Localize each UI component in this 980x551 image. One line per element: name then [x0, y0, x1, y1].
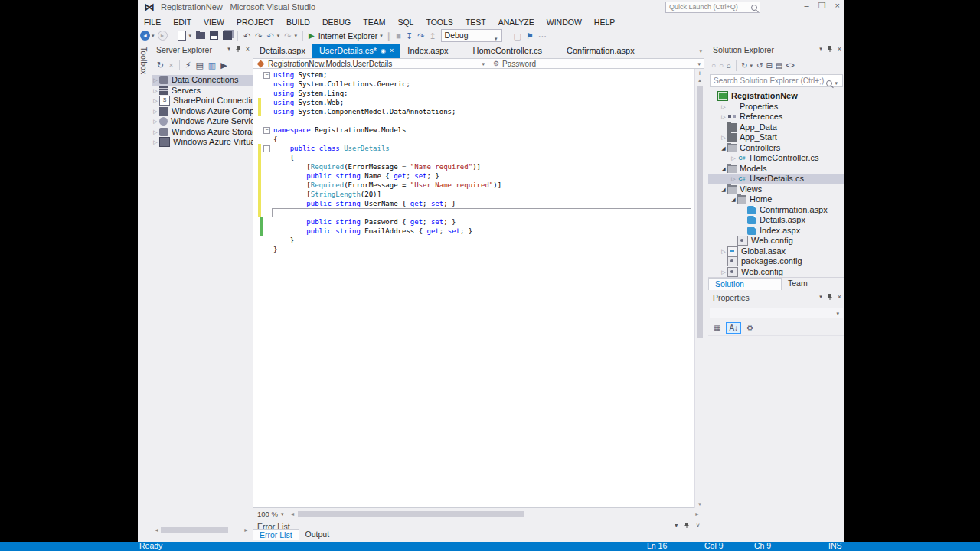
expander-icon[interactable]: ▷: [152, 137, 159, 148]
open-file-button[interactable]: [196, 32, 205, 39]
solution-tree-item-properties[interactable]: ▷Properties: [708, 102, 844, 112]
solution-tree-item-homecontroller-cs[interactable]: ▷C#HomeController.cs: [708, 153, 844, 164]
expander-icon[interactable]: ◢: [720, 184, 727, 195]
tab-homecontroller-cs[interactable]: HomeController.cs: [466, 44, 549, 58]
split-editor-handle[interactable]: +: [696, 70, 704, 77]
scroll-up-icon[interactable]: ▲: [695, 78, 704, 83]
expander-icon[interactable]: ▷: [152, 75, 159, 86]
solution-tree-item-registrationnew[interactable]: RegistrationNew: [708, 91, 844, 102]
menu-file[interactable]: FILE: [138, 16, 167, 28]
menu-debug[interactable]: DEBUG: [316, 16, 357, 28]
stop-button[interactable]: ■: [396, 28, 401, 44]
window-position-dropdown-icon[interactable]: ▾: [675, 522, 678, 529]
search-icon[interactable]: [751, 4, 757, 14]
tab-solution-explorer[interactable]: Solution Explorer: [708, 278, 782, 290]
menu-sql[interactable]: SQL: [391, 16, 420, 28]
tab-output[interactable]: Output: [299, 529, 336, 540]
fold-collapse-icon[interactable]: −: [263, 72, 270, 79]
editor-hscrollbar[interactable]: ◄►: [289, 510, 701, 519]
refresh-icon[interactable]: ↻: [157, 57, 164, 73]
sx-collapse-all-icon[interactable]: ⊟: [766, 58, 772, 73]
pin-icon[interactable]: [235, 45, 241, 53]
window-position-dropdown-icon[interactable]: ▾: [819, 294, 822, 300]
expander-icon[interactable]: ▷: [720, 112, 727, 122]
disabled-tool-icon[interactable]: ▢: [514, 28, 521, 44]
solution-tree-item-views[interactable]: ◢Views: [708, 184, 844, 195]
menu-view[interactable]: VIEW: [198, 16, 230, 28]
editor-vscrollbar[interactable]: + ▲ ▼: [694, 69, 704, 508]
navigate-forward-button[interactable]: ►: [158, 31, 168, 41]
sx-refresh-dropdown[interactable]: ▾: [750, 63, 753, 69]
expander-icon[interactable]: ▷: [152, 116, 159, 127]
solution-tree-item-references[interactable]: ▷References: [708, 112, 844, 122]
tab-index-aspx[interactable]: Index.aspx: [400, 44, 455, 58]
redo-button[interactable]: ↷: [284, 28, 291, 44]
close-panel-icon[interactable]: ×: [246, 45, 250, 53]
delete-icon[interactable]: ×: [168, 57, 173, 73]
undo-dropdown[interactable]: ▾: [277, 33, 280, 39]
solution-tree-item-controllers[interactable]: ◢Controllers: [708, 143, 844, 154]
add-server-icon[interactable]: ▤: [195, 57, 203, 73]
sx-refresh-icon[interactable]: ↻: [741, 58, 747, 73]
menu-analyze[interactable]: ANALYZE: [492, 16, 541, 28]
navigate-backward-dropdown[interactable]: ▾: [152, 33, 155, 39]
minimize-button[interactable]: –: [805, 1, 809, 11]
save-button[interactable]: [210, 31, 218, 40]
categorized-icon[interactable]: ▦: [711, 323, 723, 333]
promote-tab-icon[interactable]: ◉: [381, 44, 386, 58]
solution-search-input[interactable]: Search Solution Explorer (Ctrl+;) ▾: [710, 74, 843, 87]
solution-config-dropdown[interactable]: Debug▾: [441, 29, 502, 42]
server-tree-item-data-connections[interactable]: ▷Data Connections: [152, 75, 253, 86]
toolbox-tab[interactable]: Toolbox: [139, 47, 149, 74]
save-all-button[interactable]: [223, 31, 232, 40]
sx-back-icon[interactable]: ○: [711, 58, 716, 73]
menu-edit[interactable]: EDIT: [167, 16, 198, 28]
expander-icon[interactable]: ▷: [730, 153, 737, 164]
server-tree-item-windows-azure-comput[interactable]: ▷Windows Azure Comput: [152, 106, 253, 117]
fold-collapse-icon[interactable]: −: [263, 127, 270, 134]
menu-window[interactable]: WINDOW: [541, 16, 588, 28]
expander-icon[interactable]: ◢: [730, 194, 737, 205]
tab-error-list[interactable]: Error List: [253, 529, 299, 540]
tab-overflow-icon[interactable]: ▾: [699, 48, 702, 54]
forward-navigation-icon[interactable]: ↷: [255, 28, 262, 44]
sx-sync-icon[interactable]: ↺: [756, 58, 763, 73]
tab-confirmation-aspx[interactable]: Confirmation.aspx: [560, 44, 642, 58]
sx-forward-icon[interactable]: ○: [719, 58, 724, 73]
solution-tree-item-global-asax[interactable]: ▷Global.asax: [708, 246, 844, 257]
close-button[interactable]: ×: [835, 1, 840, 11]
tab-userdetails-cs-[interactable]: UserDetails.cs*◉×: [312, 44, 400, 58]
toolbar-overflow-icon[interactable]: ⋯: [538, 28, 547, 44]
solution-tree-item-app-data[interactable]: App_Data: [708, 122, 844, 133]
solution-tree-item-web-config[interactable]: ▷Web.config: [708, 267, 844, 278]
expander-icon[interactable]: ◢: [720, 143, 727, 154]
sx-view-code-icon[interactable]: <>: [786, 58, 795, 73]
server-explorer-hscrollbar[interactable]: ◄►: [153, 526, 250, 534]
close-panel-icon[interactable]: ×: [838, 45, 841, 53]
step-out-button[interactable]: ↥: [429, 28, 436, 44]
window-position-dropdown-icon[interactable]: ▾: [227, 46, 230, 52]
properties-object-dropdown[interactable]: ▾: [710, 308, 843, 318]
expander-icon[interactable]: ▷: [720, 246, 727, 257]
menu-test[interactable]: TEST: [459, 16, 492, 28]
expander-icon[interactable]: ◢: [720, 164, 727, 174]
menu-build[interactable]: BUILD: [280, 16, 316, 28]
expander-icon[interactable]: ▷: [152, 96, 159, 106]
add-sharepoint-connection-icon[interactable]: ▥: [208, 57, 216, 73]
window-position-dropdown-icon[interactable]: ▾: [819, 46, 822, 52]
expander-icon[interactable]: ▷: [720, 267, 727, 278]
undo-button[interactable]: ↶: [266, 28, 273, 44]
zoom-level-dropdown[interactable]: 100 %: [253, 510, 280, 518]
server-tree-item-sharepoint-connections[interactable]: ▷SSharePoint Connections: [152, 96, 253, 106]
tab-details-aspx[interactable]: Details.aspx: [253, 44, 312, 58]
expander-icon[interactable]: ▷: [730, 174, 737, 184]
fold-collapse-icon[interactable]: −: [263, 145, 270, 152]
menu-project[interactable]: PROJECT: [230, 16, 280, 28]
solution-tree-item-home[interactable]: ◢Home: [708, 194, 844, 205]
browser-target-dropdown[interactable]: ▾: [380, 33, 383, 39]
backward-navigation-icon[interactable]: ↶: [243, 28, 250, 44]
close-tab-icon[interactable]: ×: [390, 44, 394, 58]
find-in-files-icon[interactable]: ⚑: [526, 28, 534, 44]
scroll-down-icon[interactable]: ▼: [695, 502, 704, 507]
type-dropdown[interactable]: RegistrationNew.Models.UserDetails ▾: [253, 59, 488, 68]
